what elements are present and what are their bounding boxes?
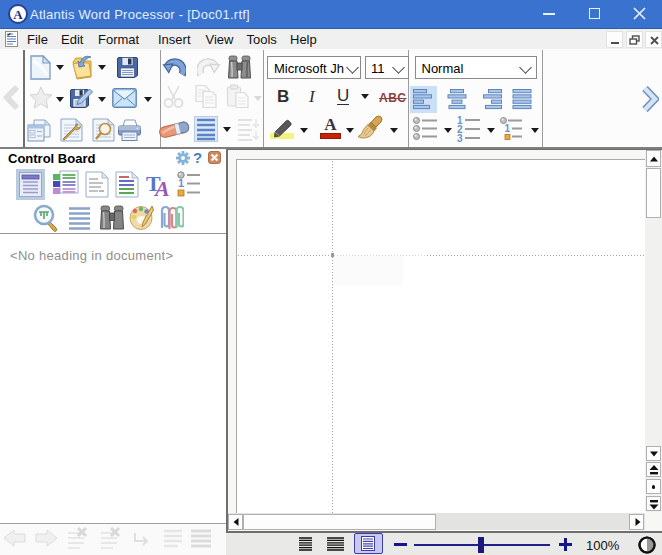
svg-text:3: 3 <box>457 133 463 142</box>
svg-text:1: 1 <box>505 123 511 134</box>
svg-text:A: A <box>13 7 23 22</box>
svg-text:1: 1 <box>178 177 184 189</box>
svg-text:A: A <box>153 176 170 198</box>
